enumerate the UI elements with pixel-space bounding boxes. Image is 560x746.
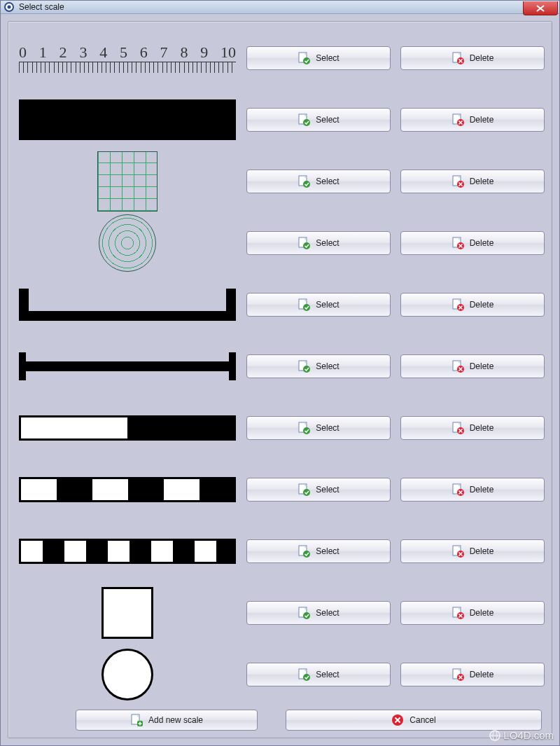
delete-button[interactable]: Delete: [400, 170, 545, 193]
document-delete-icon: [451, 113, 464, 126]
delete-label: Delete: [470, 361, 494, 371]
dialog-window: Select scale 0 1 2 3 4 5: [0, 0, 560, 746]
select-label: Select: [316, 670, 339, 679]
select-button[interactable]: Select: [246, 539, 391, 563]
document-check-icon: [298, 422, 310, 434]
select-label: Select: [316, 423, 339, 433]
scale-row: Select Delete: [15, 397, 545, 459]
scale-row: Select Delete: [15, 274, 545, 336]
scale-preview-ubar: [15, 274, 239, 336]
select-button[interactable]: Select: [246, 354, 391, 378]
delete-label: Delete: [470, 300, 494, 310]
scale-preview-ruler: 0 1 2 3 4 5 6 7 8 9 10: [15, 27, 239, 89]
ruler-num: 6: [140, 43, 148, 62]
svg-point-7: [303, 119, 310, 126]
cancel-icon: [391, 714, 404, 726]
scale-preview-ibar: [15, 336, 239, 397]
document-check-icon: [298, 113, 310, 126]
content-panel: 0 1 2 3 4 5 6 7 8 9 10: [8, 21, 552, 738]
select-label: Select: [316, 485, 339, 495]
add-scale-button[interactable]: Add new scale: [76, 710, 258, 731]
ruler-num: 8: [180, 43, 188, 62]
select-label: Select: [316, 608, 339, 618]
select-label: Select: [316, 361, 339, 371]
select-label: Select: [316, 177, 339, 186]
ruler-num: 3: [79, 43, 87, 62]
delete-label: Delete: [470, 423, 494, 433]
document-delete-icon: [451, 607, 464, 619]
document-delete-icon: [451, 668, 464, 681]
scale-row: Select Delete: [15, 582, 545, 644]
ruler-num: 0: [19, 43, 27, 62]
document-check-icon: [298, 237, 310, 249]
select-label: Select: [316, 238, 339, 248]
select-button[interactable]: Select: [246, 601, 391, 625]
ruler-num: 7: [160, 43, 168, 62]
select-button[interactable]: Select: [246, 478, 391, 502]
scale-preview-halfbar: [15, 397, 239, 459]
select-label: Select: [316, 53, 339, 63]
delete-button[interactable]: Delete: [400, 478, 545, 502]
delete-button[interactable]: Delete: [400, 231, 545, 255]
delete-button[interactable]: Delete: [400, 46, 545, 70]
close-button[interactable]: [523, 1, 558, 15]
select-button[interactable]: Select: [246, 170, 391, 193]
document-delete-icon: [451, 545, 464, 558]
svg-point-19: [303, 304, 310, 311]
document-delete-icon: [451, 483, 464, 496]
scale-row: Select Delete: [15, 520, 545, 582]
scale-preview-fifths: [15, 520, 239, 582]
close-icon: [536, 5, 545, 12]
delete-button[interactable]: Delete: [400, 293, 545, 317]
document-check-icon: [298, 360, 310, 373]
scale-preview-circles: [15, 212, 239, 274]
delete-label: Delete: [470, 485, 494, 495]
select-button[interactable]: Select: [246, 108, 391, 132]
scale-row: Select Delete: [15, 459, 545, 520]
window-title: Select scale: [19, 2, 64, 12]
delete-label: Delete: [470, 53, 494, 63]
document-check-icon: [298, 483, 310, 496]
delete-button[interactable]: Delete: [400, 108, 545, 132]
svg-point-31: [303, 489, 310, 496]
document-check-icon: [298, 175, 310, 188]
document-delete-icon: [451, 52, 464, 64]
scale-preview-thirds: [15, 459, 239, 520]
select-button[interactable]: Select: [246, 46, 391, 70]
delete-button[interactable]: Delete: [400, 601, 545, 625]
svg-point-39: [303, 612, 310, 619]
scale-row: Select Delete: [15, 151, 545, 212]
svg-point-1: [8, 6, 11, 9]
scale-row: Select Delete: [15, 336, 545, 397]
delete-button[interactable]: Delete: [400, 539, 545, 563]
delete-label: Delete: [470, 238, 494, 248]
delete-label: Delete: [470, 608, 494, 618]
app-icon: [4, 1, 15, 13]
watermark-text: LO4D.com: [503, 729, 554, 741]
svg-point-35: [303, 551, 310, 558]
ruler-num: 1: [39, 43, 47, 62]
delete-button[interactable]: Delete: [400, 663, 545, 686]
select-button[interactable]: Select: [246, 416, 391, 440]
scale-rows: 0 1 2 3 4 5 6 7 8 9 10: [15, 27, 545, 705]
document-add-icon: [130, 714, 143, 726]
ruler-num: 9: [200, 43, 208, 62]
delete-label: Delete: [470, 670, 494, 679]
svg-point-11: [303, 181, 310, 188]
select-button[interactable]: Select: [246, 231, 391, 255]
document-delete-icon: [451, 360, 464, 373]
document-delete-icon: [451, 422, 464, 434]
delete-label: Delete: [470, 546, 494, 556]
cancel-button[interactable]: Cancel: [286, 710, 542, 731]
delete-button[interactable]: Delete: [400, 354, 545, 378]
document-check-icon: [298, 298, 310, 311]
select-button[interactable]: Select: [246, 293, 391, 317]
document-check-icon: [298, 52, 310, 64]
delete-label: Delete: [470, 177, 494, 186]
svg-point-43: [303, 674, 310, 681]
select-button[interactable]: Select: [246, 663, 391, 686]
scale-row: Select Delete: [15, 212, 545, 274]
delete-button[interactable]: Delete: [400, 416, 545, 440]
scale-row: Select Delete: [15, 644, 545, 705]
watermark: LO4D.com: [489, 729, 554, 741]
